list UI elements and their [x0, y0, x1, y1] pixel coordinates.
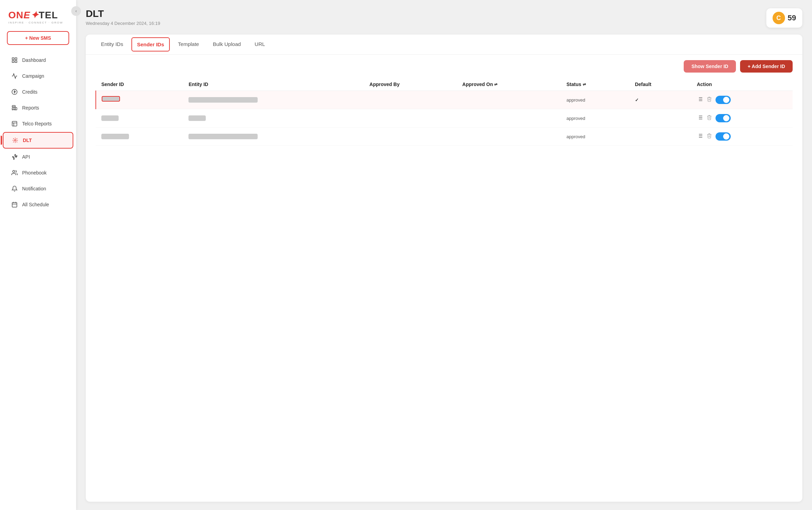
svg-rect-6 [12, 121, 17, 126]
tab-entity-ids[interactable]: Entity IDs [95, 35, 129, 54]
col-status[interactable]: Status ⇌ [561, 78, 629, 91]
default-check-icon: ✓ [635, 97, 639, 103]
sidebar-item-dlt[interactable]: DLT [3, 132, 73, 149]
sidebar-item-credits[interactable]: Credits [3, 84, 73, 100]
sidebar-item-label: API [22, 154, 30, 160]
cell-approved-by [364, 91, 456, 109]
delete-icon[interactable] [707, 115, 712, 122]
sidebar-item-phonebook[interactable]: Phonebook [3, 165, 73, 180]
main-content: DLT Wednesday 4 December 2024, 16:19 C 5… [76, 0, 812, 510]
logo-tel: TEL [39, 10, 58, 20]
sidebar-item-label: Phonebook [22, 170, 47, 176]
action-icons [697, 114, 787, 122]
list-details-icon[interactable] [697, 96, 703, 104]
sender-ids-table: Sender ID Entity ID Approved By Approved… [95, 78, 793, 146]
tab-template[interactable]: Template [173, 35, 205, 54]
svg-rect-3 [15, 61, 17, 63]
table-row: approved [96, 109, 793, 128]
telco-icon [11, 120, 18, 127]
credits-coin-icon: C [773, 12, 785, 24]
sidebar-item-notification[interactable]: Notification [3, 181, 73, 196]
status-badge: approved [566, 134, 585, 139]
sidebar-item-label: Telco Reports [22, 121, 52, 126]
sidebar-item-telco-reports[interactable]: Telco Reports [3, 116, 73, 131]
dashboard-icon [11, 57, 18, 64]
sender-id-value [101, 134, 129, 139]
col-approved-on[interactable]: Approved On ⇌ [457, 78, 561, 91]
svg-point-7 [15, 140, 16, 141]
entity-id-value [188, 115, 206, 121]
page-subtitle: Wednesday 4 December 2024, 16:19 [86, 21, 160, 26]
status-badge: approved [566, 116, 585, 121]
show-sender-id-button[interactable]: Show Sender ID [684, 60, 736, 73]
svg-rect-1 [15, 58, 17, 59]
cell-sender-id [96, 91, 183, 109]
sender-ids-table-wrap: Sender ID Entity ID Approved By Approved… [86, 78, 802, 502]
cell-sender-id [96, 128, 183, 146]
sender-id-value [102, 96, 120, 102]
content-card: Entity IDs Sender IDs Template Bulk Uplo… [86, 35, 802, 502]
toggle-active-row1[interactable] [716, 96, 731, 104]
cell-action [691, 109, 793, 128]
sidebar: ‹ ONE✦TEL INSPIRE · CONNECT · GROW + New… [0, 0, 76, 510]
cell-action [691, 128, 793, 146]
sender-id-value [101, 115, 119, 121]
svg-point-8 [12, 157, 13, 158]
list-details-icon[interactable] [697, 114, 703, 122]
col-approved-by: Approved By [364, 78, 456, 91]
col-entity-id: Entity ID [183, 78, 364, 91]
logo-ex: E✦ [24, 10, 39, 20]
sidebar-item-all-schedule[interactable]: All Schedule [3, 197, 73, 212]
status-badge: approved [566, 97, 585, 103]
cell-approved-on [457, 109, 561, 128]
sidebar-item-reports[interactable]: Reports [3, 100, 73, 115]
toggle-active-row2[interactable] [716, 114, 731, 122]
sidebar-item-label: DLT [23, 138, 32, 143]
tab-url[interactable]: URL [249, 35, 270, 54]
svg-rect-0 [12, 58, 14, 59]
sidebar-item-api[interactable]: API [3, 149, 73, 164]
list-details-icon[interactable] [697, 133, 703, 140]
sidebar-item-dashboard[interactable]: Dashboard [3, 53, 73, 68]
new-sms-button[interactable]: + New SMS [7, 31, 69, 45]
schedule-icon [11, 201, 18, 208]
sidebar-collapse-button[interactable]: ‹ [71, 6, 81, 16]
sidebar-item-label: Dashboard [22, 57, 46, 63]
entity-id-value [188, 97, 258, 103]
tab-sender-ids[interactable]: Sender IDs [131, 37, 169, 51]
api-icon [11, 153, 18, 160]
svg-point-9 [16, 157, 17, 158]
add-sender-id-button[interactable]: + Add Sender ID [740, 60, 793, 73]
svg-rect-11 [12, 202, 17, 207]
logo-on: ON [8, 10, 24, 20]
notification-icon [11, 185, 18, 192]
logo-tagline: INSPIRE · CONNECT · GROW [8, 21, 63, 24]
sidebar-nav: Dashboard Campaign Credits Reports Telco [0, 52, 76, 503]
cell-default [629, 128, 691, 146]
sidebar-item-label: Reports [22, 105, 39, 111]
cell-status: approved [561, 91, 629, 109]
campaign-icon [11, 73, 18, 79]
toggle-active-row3[interactable] [716, 132, 731, 141]
delete-icon[interactable] [707, 96, 712, 103]
svg-rect-2 [12, 61, 14, 63]
cell-approved-on [457, 128, 561, 146]
page-header: DLT Wednesday 4 December 2024, 16:19 C 5… [86, 8, 802, 28]
phonebook-icon [11, 169, 18, 176]
cell-sender-id [96, 109, 183, 128]
svg-point-10 [13, 170, 15, 172]
tab-bulk-upload[interactable]: Bulk Upload [207, 35, 246, 54]
action-icons [697, 96, 787, 104]
delete-icon[interactable] [707, 133, 712, 140]
col-default: Default [629, 78, 691, 91]
active-indicator [1, 136, 2, 145]
action-bar: Show Sender ID + Add Sender ID [86, 55, 802, 78]
sidebar-item-label: Credits [22, 89, 37, 95]
cell-default: ✓ [629, 91, 691, 109]
sidebar-item-campaign[interactable]: Campaign [3, 68, 73, 84]
cell-entity-id [183, 109, 364, 128]
logo-area: ONE✦TEL INSPIRE · CONNECT · GROW [0, 7, 76, 31]
credits-icon [11, 88, 18, 95]
sidebar-item-label: All Schedule [22, 202, 49, 207]
reports-icon [11, 104, 18, 111]
